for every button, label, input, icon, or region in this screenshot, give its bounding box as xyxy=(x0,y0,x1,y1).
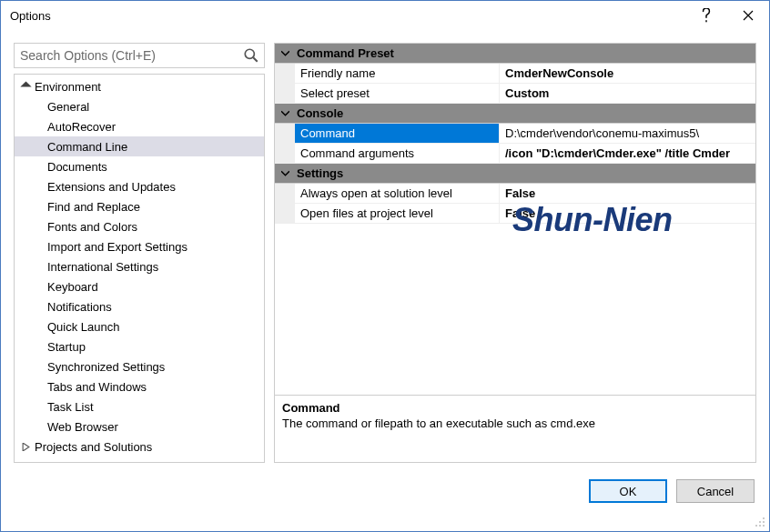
property-value[interactable]: False xyxy=(500,204,755,223)
grid-row[interactable]: Always open at solution levelFalse xyxy=(275,184,755,204)
tree-item[interactable]: General xyxy=(15,96,264,116)
chevron-down-icon[interactable] xyxy=(275,109,295,117)
tree-item-label: Startup xyxy=(47,340,86,354)
tree-item[interactable]: Documents xyxy=(15,156,264,176)
row-indent xyxy=(275,204,295,223)
tree-item-label: Notifications xyxy=(47,300,112,314)
grid-category-header[interactable]: Console xyxy=(275,104,755,124)
tree-item[interactable]: Tabs and Windows xyxy=(15,376,264,396)
grid-category-header[interactable]: Command Preset xyxy=(275,44,755,64)
row-indent xyxy=(275,64,295,83)
grid-category-label: Command Preset xyxy=(295,46,394,60)
tree-item[interactable]: Quick Launch xyxy=(15,316,264,336)
help-button[interactable] xyxy=(685,1,727,30)
svg-point-3 xyxy=(759,521,761,523)
tree-item-label: Extensions and Updates xyxy=(47,180,176,194)
grid-row[interactable]: CommandD:\cmder\vendor\conemu-maximus5\ xyxy=(275,124,755,144)
tree-item[interactable]: Keyboard xyxy=(15,276,264,296)
tree-item[interactable]: Web Browser xyxy=(15,417,264,437)
grid-category-label: Settings xyxy=(295,166,343,180)
options-tree[interactable]: EnvironmentGeneralAutoRecoverCommand Lin… xyxy=(14,74,265,463)
row-indent xyxy=(275,124,295,143)
property-value[interactable]: False xyxy=(500,184,755,203)
ok-button[interactable]: OK xyxy=(589,479,667,503)
tree-item-label: Tabs and Windows xyxy=(47,380,147,394)
property-value[interactable]: CmderNewConsole xyxy=(500,64,755,83)
grid-category-header[interactable]: Settings xyxy=(275,164,755,184)
chevron-down-icon[interactable] xyxy=(275,49,295,57)
description-text: The command or filepath to an executable… xyxy=(282,417,748,430)
tree-item-label: International Settings xyxy=(47,260,158,274)
tree-item[interactable]: Environment xyxy=(15,76,264,96)
row-indent xyxy=(275,84,295,103)
tree-item[interactable]: AutoRecover xyxy=(15,116,264,136)
svg-point-7 xyxy=(763,525,765,527)
grid-row[interactable]: Friendly nameCmderNewConsole xyxy=(275,64,755,84)
tree-item[interactable]: Command Line xyxy=(15,136,264,156)
tree-item[interactable]: Notifications xyxy=(15,296,264,316)
chevron-right-icon[interactable] xyxy=(22,440,33,454)
tree-item-label: Documents xyxy=(47,160,107,174)
svg-point-2 xyxy=(763,517,765,519)
tree-item-label: General xyxy=(47,100,89,114)
row-indent xyxy=(275,184,295,203)
property-name: Command arguments xyxy=(295,144,500,163)
tree-item-label: Web Browser xyxy=(47,420,118,434)
tree-item[interactable]: Startup xyxy=(15,336,264,356)
tree-item-label: Command Line xyxy=(47,140,127,154)
grid-row[interactable]: Command arguments/icon "D:\cmder\Cmder.e… xyxy=(275,144,755,164)
property-name: Friendly name xyxy=(295,64,500,83)
chevron-down-icon[interactable] xyxy=(275,169,295,177)
svg-point-6 xyxy=(759,525,761,527)
property-name: Open files at project level xyxy=(295,204,500,223)
svg-point-0 xyxy=(245,49,254,58)
property-name: Select preset xyxy=(295,84,500,103)
tree-item-label: AutoRecover xyxy=(47,120,116,134)
description-pane: Command The command or filepath to an ex… xyxy=(275,395,755,462)
grid-row[interactable]: Select presetCustom xyxy=(275,84,755,104)
tree-item-label: Task List xyxy=(47,400,94,414)
close-button[interactable] xyxy=(727,1,769,30)
property-grid[interactable]: Command PresetFriendly nameCmderNewConso… xyxy=(275,44,755,395)
property-value[interactable]: /icon "D:\cmder\Cmder.exe" /title Cmder xyxy=(500,144,755,163)
tree-item-label: Quick Launch xyxy=(47,320,120,334)
grid-row[interactable]: Open files at project levelFalse xyxy=(275,204,755,224)
tree-item-label: Find and Replace xyxy=(47,200,140,214)
grid-category-label: Console xyxy=(295,106,343,120)
svg-line-1 xyxy=(253,57,258,62)
content-area: EnvironmentGeneralAutoRecoverCommand Lin… xyxy=(1,30,769,463)
tree-item[interactable]: Task List xyxy=(15,396,264,417)
tree-item[interactable]: Find and Replace xyxy=(15,196,264,216)
tree-item[interactable]: Synchronized Settings xyxy=(15,356,264,376)
tree-item-label: Projects and Solutions xyxy=(35,440,152,454)
tree-item[interactable]: Projects and Solutions xyxy=(15,437,264,457)
window-title: Options xyxy=(10,9,685,23)
tree-item[interactable]: Import and Export Settings xyxy=(15,236,264,256)
resize-grip-icon[interactable] xyxy=(755,517,765,527)
property-value[interactable]: D:\cmder\vendor\conemu-maximus5\ xyxy=(500,124,755,143)
search-icon xyxy=(243,47,259,64)
dialog-footer: OK Cancel xyxy=(1,463,769,519)
cancel-button[interactable]: Cancel xyxy=(676,479,755,503)
tree-item[interactable]: Extensions and Updates xyxy=(15,176,264,196)
tree-item[interactable]: Fonts and Colors xyxy=(15,216,264,236)
description-title: Command xyxy=(282,401,748,415)
tree-item[interactable]: International Settings xyxy=(15,256,264,276)
property-name: Always open at solution level xyxy=(295,184,500,203)
property-value[interactable]: Custom xyxy=(500,84,755,103)
titlebar: Options xyxy=(1,1,769,30)
tree-item-label: Import and Export Settings xyxy=(47,240,187,254)
row-indent xyxy=(275,144,295,163)
tree-item-label: Environment xyxy=(35,80,101,94)
tree-item-label: Keyboard xyxy=(47,280,98,294)
svg-point-4 xyxy=(763,521,765,523)
chevron-down-icon[interactable] xyxy=(22,80,33,94)
tree-item-label: Synchronized Settings xyxy=(47,360,165,374)
property-name: Command xyxy=(295,124,500,143)
search-input[interactable] xyxy=(14,43,265,68)
svg-point-5 xyxy=(755,525,757,527)
tree-item-label: Fonts and Colors xyxy=(47,220,137,234)
